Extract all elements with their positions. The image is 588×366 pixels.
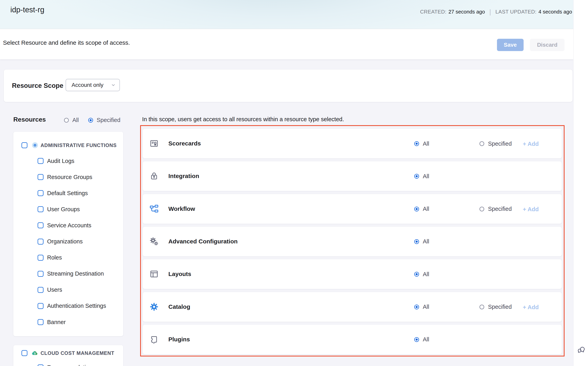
page-header: idp-test-rg CREATED: 27 seconds ago | LA… [0,0,573,29]
right-edge-strip [573,0,588,366]
resource-item-label: Banner [47,319,66,326]
resource-type-row: Advanced Configuration All [143,227,562,256]
resource-list-item: Audit Logs [38,158,74,164]
resource-item-label: Service Accounts [47,222,91,229]
all-radio-label: All [423,173,429,180]
resource-checkbox[interactable] [38,364,44,366]
section-label: CLOUD COST MANAGEMENT [40,350,114,356]
resource-type-label: Layouts [168,271,191,277]
resources-specified-label: Specified [97,117,120,123]
resource-list-item: Authentication Settings [38,303,106,309]
resource-type-label: Advanced Configuration [168,238,238,245]
all-radio[interactable] [414,337,419,342]
resource-list-item: Roles [38,255,62,261]
toolbar: Select Resource and define its scope of … [0,29,573,59]
resource-checkbox[interactable] [38,174,44,180]
resource-list-item: Service Accounts [38,222,91,228]
resource-item-label: Audit Logs [47,158,74,164]
resource-type-label: Integration [168,173,199,179]
resource-checkbox[interactable] [38,319,44,325]
resource-type-row: Plugins All [143,325,562,354]
cloud-cost-management-icon [32,350,38,357]
specified-radio-label: Specified [488,304,512,310]
created-value: 27 seconds ago [449,9,485,15]
all-radio[interactable] [414,174,419,179]
specified-radio-label: Specified [488,140,512,147]
section-checkbox[interactable] [22,142,27,148]
resource-list-item: Resource Groups [38,174,92,180]
section-checkbox[interactable] [22,350,27,356]
plugins-icon [149,335,159,344]
resource-checkbox[interactable] [38,190,44,196]
resource-type-label: Catalog [168,303,190,310]
resource-section-card: CLOUD COST MANAGEMENT Recommendations [13,345,123,366]
resource-item-label: Resource Groups [47,174,92,180]
integration-lock-icon [149,171,159,181]
resource-list-item: Users [38,287,62,293]
resource-checkbox[interactable] [38,222,44,228]
add-link[interactable]: + Add [523,141,539,147]
last-updated-label: LAST UPDATED: [495,9,536,15]
add-link[interactable]: + Add [523,304,539,311]
resource-type-row: Integration All [143,161,562,191]
resource-type-row: Scorecards All Specified + Add [143,129,562,158]
timestamps: CREATED: 27 seconds ago | LAST UPDATED: … [420,8,572,16]
all-radio-label: All [423,304,429,310]
all-radio[interactable] [414,207,419,211]
specified-radio[interactable] [480,305,484,309]
resource-checkbox[interactable] [38,287,44,293]
chat-bubbles-icon[interactable] [577,345,586,354]
resource-checkbox[interactable] [38,206,44,212]
all-radio[interactable] [414,305,419,309]
resource-checkbox[interactable] [38,239,44,244]
resource-checkbox[interactable] [38,255,44,261]
resource-type-label: Plugins [168,336,190,343]
last-updated-value: 4 seconds ago [539,9,572,15]
all-radio[interactable] [414,239,419,244]
resource-type-row: Catalog All Specified + Add [143,292,562,322]
specified-radio-label: Specified [488,206,512,212]
all-radio[interactable] [414,141,419,146]
all-radio[interactable] [414,272,419,277]
resource-checkbox[interactable] [38,271,44,277]
resource-type-row: Layouts All [143,259,562,289]
add-link[interactable]: + Add [523,206,539,213]
resource-list-item: User Groups [38,206,80,212]
catalog-gear-icon [149,302,159,311]
resource-item-label: Authentication Settings [47,303,106,309]
resource-section-header: CLOUD COST MANAGEMENT [22,350,114,357]
resources-all-label: All [72,117,79,123]
resource-list-item: Default Settings [38,190,88,196]
resource-list-item: Banner [38,319,66,325]
page-title: idp-test-rg [10,6,44,14]
resource-section-card: ADMINISTRATIVE FUNCTIONS Audit Logs Reso… [13,132,123,336]
resource-scope-label: Resource Scope [12,82,63,89]
timestamp-separator: | [489,8,491,16]
layouts-icon [149,269,159,279]
save-button[interactable]: Save [497,39,524,51]
resources-all-radio[interactable] [64,118,69,122]
specified-radio[interactable] [480,141,484,146]
resource-item-label: Recommendations [47,364,95,366]
resource-item-label: Default Settings [47,190,88,197]
created-label: CREATED: [420,9,447,15]
all-radio-label: All [423,336,429,343]
advanced-configuration-gears-icon [149,237,159,246]
resource-item-label: Roles [47,254,62,261]
resource-scope-dropdown[interactable]: Account only [66,79,120,91]
resource-list-item: Organizations [38,239,83,244]
resource-type-label: Workflow [168,206,195,212]
resource-checkbox[interactable] [38,303,44,309]
resource-list-item: Recommendations [38,364,95,366]
toolbar-description: Select Resource and define its scope of … [3,39,130,46]
discard-button[interactable]: Discard [530,39,565,51]
all-radio-label: All [423,238,429,245]
resource-checkbox[interactable] [38,158,44,164]
resources-specified-radio[interactable] [88,118,93,122]
specified-radio[interactable] [480,207,484,211]
resource-section-header: ADMINISTRATIVE FUNCTIONS [22,142,117,149]
resource-type-label: Scorecards [168,140,201,147]
chevron-down-icon [111,83,116,88]
resource-item-label: User Groups [47,206,80,213]
resource-group-page: idp-test-rg CREATED: 27 seconds ago | LA… [0,0,588,366]
